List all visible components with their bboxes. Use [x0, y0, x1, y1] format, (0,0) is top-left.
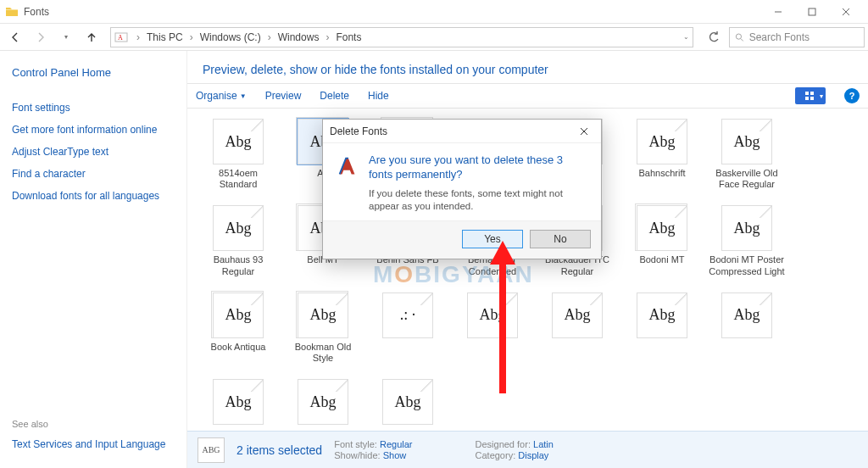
sidebar-link-text-services[interactable]: Text Services and Input Language	[12, 436, 175, 453]
breadcrumb-item[interactable]: Windows (C:)	[198, 31, 263, 43]
designed-for-label: Designed for:	[476, 439, 531, 449]
category-label: Category:	[476, 450, 516, 460]
sidebar-link-more-info[interactable]: Get more font information online	[12, 121, 175, 138]
font-thumb: Abg	[382, 379, 433, 425]
toolbar: Organise ▼ Preview Delete Hide ?	[187, 83, 868, 109]
font-thumb: Abg	[298, 292, 348, 338]
font-label: Bauhaus 93 Regular	[198, 254, 279, 276]
font-tile[interactable]: Abg	[198, 376, 279, 425]
font-tile[interactable]: Abg	[621, 289, 703, 372]
search-icon	[735, 32, 744, 42]
fonts-location-icon: A	[114, 31, 128, 44]
forward-button[interactable]	[29, 27, 53, 47]
minimize-button[interactable]	[761, 0, 795, 24]
font-tile[interactable]: .: ∙	[367, 289, 448, 372]
sidebar-link-cleartype[interactable]: Adjust ClearType text	[12, 143, 175, 160]
dialog-yes-button[interactable]: Yes	[462, 230, 523, 248]
font-tile[interactable]: Abg	[452, 289, 533, 372]
refresh-button[interactable]	[704, 27, 724, 47]
font-thumb: Abg	[637, 292, 687, 338]
breadcrumb-item[interactable]: Windows	[276, 31, 321, 43]
close-button[interactable]	[829, 0, 863, 24]
font-thumb: Abg	[298, 379, 348, 425]
dialog-close-button[interactable]	[574, 123, 594, 140]
font-tile[interactable]: Abg	[537, 289, 618, 372]
font-thumb: Abg	[721, 292, 772, 338]
svg-point-3	[736, 34, 741, 39]
font-tile[interactable]: Abg8514oem Standard	[198, 115, 279, 198]
window-title: Fonts	[24, 6, 49, 18]
details-title: 2 items selected	[236, 443, 322, 457]
back-button[interactable]	[3, 27, 27, 47]
category-value: Display	[518, 450, 548, 460]
search-box[interactable]	[729, 27, 865, 47]
font-label: Baskerville Old Face Regular	[706, 168, 787, 190]
svg-rect-6	[805, 97, 809, 100]
font-label: Book Antiqua	[209, 342, 268, 364]
dialog-sub-text: If you delete these fonts, some text mig…	[369, 187, 589, 214]
svg-rect-7	[810, 97, 814, 100]
font-thumb: Abg	[213, 205, 264, 251]
font-tile[interactable]: AbgBookman Old Style	[282, 289, 364, 372]
font-label: Bodoni MT	[637, 254, 686, 276]
designed-for-value: Latin	[533, 439, 554, 449]
font-style-label: Font style:	[334, 439, 377, 449]
font-label: 8514oem Standard	[198, 168, 279, 190]
dialog-no-button[interactable]: No	[530, 230, 591, 248]
search-input[interactable]	[749, 31, 859, 43]
breadcrumb-item[interactable]: This PC	[145, 31, 185, 43]
font-tile[interactable]: Abg	[367, 376, 448, 425]
see-also-label: See also	[12, 419, 175, 429]
svg-rect-4	[805, 92, 809, 95]
breadcrumb-dropdown[interactable]: ⌄	[683, 33, 689, 41]
font-thumb: Abg	[637, 119, 687, 164]
font-thumb: Abg	[721, 205, 772, 251]
font-tile[interactable]: AbgBaskerville Old Face Regular	[706, 115, 787, 198]
font-thumb: .: ∙	[382, 292, 433, 338]
view-icon	[804, 91, 816, 101]
breadcrumb[interactable]: A › This PC › Windows (C:) › Windows › F…	[110, 27, 693, 47]
help-button[interactable]: ?	[844, 88, 860, 103]
recent-locations-button[interactable]: ▾	[54, 27, 78, 47]
dialog-title: Delete Fonts	[330, 125, 387, 137]
font-tile[interactable]: AbgBodoni MT	[621, 202, 703, 285]
preview-button[interactable]: Preview	[265, 90, 302, 102]
font-thumb: Abg	[637, 205, 687, 251]
font-thumb: Abg	[213, 292, 264, 338]
navigation-bar: ▾ A › This PC › Windows (C:) › Windows ›…	[0, 24, 868, 51]
control-panel-home-link[interactable]: Control Panel Home	[12, 66, 175, 79]
font-label: Bookman Old Style	[282, 342, 364, 364]
folder-icon	[5, 5, 19, 19]
font-tile[interactable]: Abg	[282, 376, 364, 425]
dialog-main-text: Are you sure you want to delete these 3 …	[369, 153, 589, 182]
up-button[interactable]	[80, 27, 103, 47]
font-tile[interactable]: AbgBodoni MT Poster Compressed Light	[706, 202, 787, 285]
content-area: Preview, delete, show or hide the fonts …	[186, 51, 868, 468]
sidebar-link-download-fonts[interactable]: Download fonts for all languages	[12, 187, 175, 204]
font-label: Bodoni MT Poster Compressed Light	[706, 254, 787, 276]
window-titlebar: Fonts	[0, 0, 868, 24]
view-options-button[interactable]	[795, 87, 826, 104]
svg-rect-0	[809, 8, 815, 15]
font-thumb: Abg	[721, 119, 772, 164]
hide-button[interactable]: Hide	[368, 90, 389, 102]
page-title: Preview, delete, show or hide the fonts …	[203, 63, 853, 76]
organise-button[interactable]: Organise ▼	[196, 90, 247, 102]
font-tile[interactable]: Abg	[706, 289, 787, 372]
sidebar: Control Panel Home Font settings Get mor…	[0, 51, 186, 468]
font-tile[interactable]: AbgBook Antiqua	[198, 289, 279, 372]
font-thumb: Abg	[213, 119, 264, 164]
font-thumb: Abg	[552, 292, 603, 338]
delete-button[interactable]: Delete	[320, 90, 349, 102]
details-pane: ABG 2 items selected Font style: Regular…	[187, 431, 868, 468]
sidebar-link-font-settings[interactable]: Font settings	[12, 99, 175, 116]
sidebar-link-find-char[interactable]: Find a character	[12, 165, 175, 182]
breadcrumb-item[interactable]: Fonts	[334, 31, 363, 43]
font-label: Bahnschrift	[637, 168, 687, 190]
font-tile[interactable]: AbgBauhaus 93 Regular	[198, 202, 279, 285]
font-icon	[335, 153, 360, 179]
details-thumb: ABG	[198, 437, 225, 463]
font-tile[interactable]: AbgBahnschrift	[621, 115, 703, 198]
font-style-value: Regular	[380, 439, 413, 449]
maximize-button[interactable]	[795, 0, 829, 24]
